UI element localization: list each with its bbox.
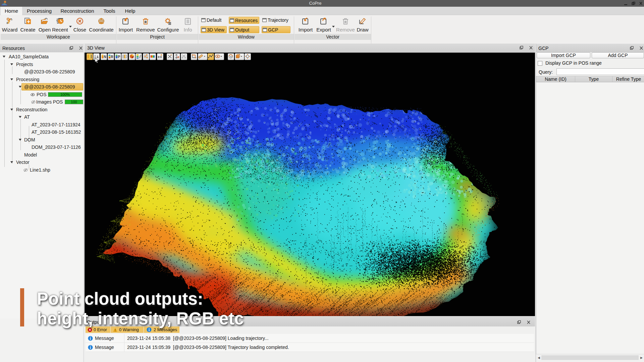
svg-text:P: P [118,55,120,59]
svg-text:3D: 3D [230,56,232,58]
svg-text:R: R [111,55,113,59]
svg-text:N: N [104,55,106,59]
